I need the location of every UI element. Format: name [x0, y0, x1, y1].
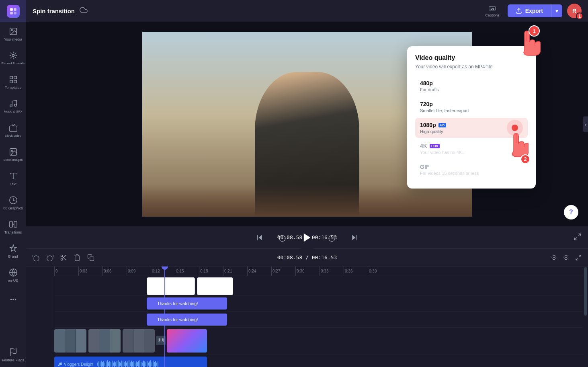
- sidebar-item-feature-flags[interactable]: Feature Flags: [0, 343, 26, 367]
- sidebar-item-text[interactable]: Text: [0, 167, 26, 191]
- ruler-mark-27: 0:27: [271, 267, 295, 276]
- video-clip-3[interactable]: [123, 329, 155, 353]
- video-quality-popup: Video quality Your video will export as …: [407, 46, 536, 189]
- audio-clip[interactable]: Vloggers Delight: [54, 357, 207, 367]
- sidebar-item-music[interactable]: Music & SFX: [0, 94, 26, 119]
- quality-option-720p[interactable]: 720p Smaller file, faster export: [415, 97, 528, 117]
- captions-button[interactable]: Captions: [482, 3, 503, 19]
- svg-point-36: [61, 258, 63, 260]
- video-clip-1[interactable]: [54, 329, 86, 353]
- ruler-mark-18: 0:18: [199, 267, 223, 276]
- ruler-mark-30: 0:30: [295, 267, 320, 276]
- sidebar-label-stock-video: Stock video: [5, 134, 21, 138]
- sidebar-item-your-media[interactable]: Your media: [0, 22, 26, 46]
- captions-label: Captions: [485, 13, 500, 17]
- quality-desc-480p: For drafts: [420, 87, 523, 92]
- quality-option-480p[interactable]: 480p For drafts: [415, 76, 528, 96]
- app-header: Spin transition Captions Export ▾ R 1: [26, 0, 588, 22]
- sidebar-item-language[interactable]: en-US: [0, 263, 26, 287]
- right-panel-toggle[interactable]: ‹: [583, 116, 588, 132]
- fullscreen-button[interactable]: [574, 233, 582, 242]
- ruler-mark-0: 0: [54, 267, 78, 276]
- zoom-out-button[interactable]: [549, 253, 559, 262]
- user-initial: R: [572, 8, 576, 14]
- vertical-scrollbar[interactable]: [583, 267, 588, 367]
- delete-button[interactable]: [72, 252, 82, 263]
- main-content: Spin transition Captions Export ▾ R 1: [26, 0, 588, 367]
- audio-clip-label: Vloggers Delight: [64, 362, 93, 367]
- svg-point-24: [15, 299, 16, 300]
- video-clip-colorful[interactable]: [167, 329, 207, 353]
- duplicate-button[interactable]: [86, 252, 96, 263]
- header-right: Captions Export ▾ R 1: [482, 3, 582, 19]
- timeline-ruler: 0 0:03 0:06 0:09 0:12 0:15 0:18 0:21 0:2…: [54, 267, 583, 276]
- svg-rect-7: [10, 76, 12, 78]
- ruler-mark-33: 0:33: [320, 267, 344, 276]
- cloud-save-icon[interactable]: [80, 6, 88, 16]
- quality-option-4k[interactable]: 4K UHD Your video has no 4K...: [415, 139, 528, 159]
- zoom-in-button[interactable]: [561, 253, 571, 262]
- quality-option-1080p[interactable]: 1080p HD High quality: [415, 118, 528, 138]
- text-clip-1[interactable]: Thanks for watching!: [147, 297, 227, 310]
- svg-rect-1: [14, 8, 16, 11]
- export-button[interactable]: Export: [508, 4, 551, 17]
- white-clip-1[interactable]: [147, 277, 195, 295]
- text-clip-2[interactable]: Thanks for watching!: [147, 314, 227, 326]
- redo-button[interactable]: [45, 252, 55, 263]
- sidebar-item-templates[interactable]: Templates: [0, 70, 26, 94]
- help-button[interactable]: ?: [564, 205, 578, 219]
- svg-marker-31: [352, 235, 355, 240]
- sidebar-item-record-create[interactable]: Record & create: [0, 46, 26, 70]
- sidebar-item-stock-video[interactable]: Stock video: [0, 119, 26, 143]
- sidebar-item-transitions[interactable]: Transitions: [0, 215, 26, 239]
- playback-controls: 00:08.58 / 00:16.53: [26, 226, 588, 248]
- skip-to-start-button[interactable]: [253, 231, 266, 244]
- export-dropdown-button[interactable]: ▾: [551, 4, 562, 17]
- sidebar: Your media Record & create Templates Mus…: [0, 0, 26, 367]
- timeline-tools-right: [549, 253, 583, 262]
- sidebar-label-brand: Brand: [8, 254, 18, 259]
- svg-point-6: [12, 54, 14, 57]
- quality-desc-720p: Smaller file, faster export: [420, 108, 523, 113]
- white-clip-2[interactable]: [197, 277, 233, 295]
- video-preview-area: ‹ ? Video quality Your video will export…: [26, 22, 588, 226]
- svg-rect-10: [14, 80, 16, 82]
- ruler-mark-9: 0:09: [127, 267, 151, 276]
- quality-option-gif[interactable]: GIF For videos 15 seconds or less: [415, 160, 528, 180]
- cut-button[interactable]: [58, 252, 69, 263]
- scroll-thumb[interactable]: [584, 267, 587, 316]
- audio-waveform: [97, 360, 207, 367]
- svg-rect-40: [90, 256, 94, 260]
- text-track-1: [54, 276, 583, 295]
- sidebar-label-music: Music & SFX: [4, 110, 22, 114]
- svg-rect-2: [10, 12, 13, 14]
- sidebar-item-stock-images[interactable]: Stock images: [0, 143, 26, 167]
- undo-button[interactable]: [31, 252, 41, 263]
- svg-line-33: [578, 234, 581, 236]
- playhead[interactable]: [164, 267, 165, 367]
- main-video-track: [54, 328, 583, 355]
- svg-line-42: [555, 259, 557, 260]
- video-clip-2[interactable]: [88, 329, 121, 353]
- svg-line-48: [579, 255, 581, 257]
- svg-rect-8: [14, 76, 16, 78]
- text-track-3: Thanks for watching!: [54, 312, 583, 328]
- app-logo[interactable]: [0, 0, 26, 22]
- sidebar-item-more[interactable]: [0, 287, 26, 312]
- sidebar-label-record: Record & create: [2, 62, 25, 66]
- sidebar-item-brand[interactable]: Brand: [0, 239, 26, 263]
- popup-subtitle: Your video will export as an MP4 file: [415, 64, 528, 70]
- tracks-scroll-area[interactable]: 0 0:03 0:06 0:09 0:12 0:15 0:18 0:21 0:2…: [54, 267, 583, 367]
- sidebar-item-graphics[interactable]: 88 Graphics: [0, 191, 26, 215]
- logo-icon: [7, 5, 20, 18]
- timeline-tools-left: [31, 252, 96, 263]
- sidebar-label-language: en-US: [8, 279, 18, 283]
- user-avatar[interactable]: R 1: [567, 4, 582, 18]
- sidebar-label-graphics: 88 Graphics: [3, 206, 23, 211]
- fit-to-screen-button[interactable]: [574, 253, 583, 262]
- export-label: Export: [525, 8, 543, 14]
- playback-time-display: 00:08.58 / 00:16.53: [277, 234, 337, 240]
- sidebar-label-feature-flags: Feature Flags: [2, 358, 25, 363]
- skip-to-end-button[interactable]: [348, 231, 361, 244]
- svg-line-45: [568, 259, 569, 260]
